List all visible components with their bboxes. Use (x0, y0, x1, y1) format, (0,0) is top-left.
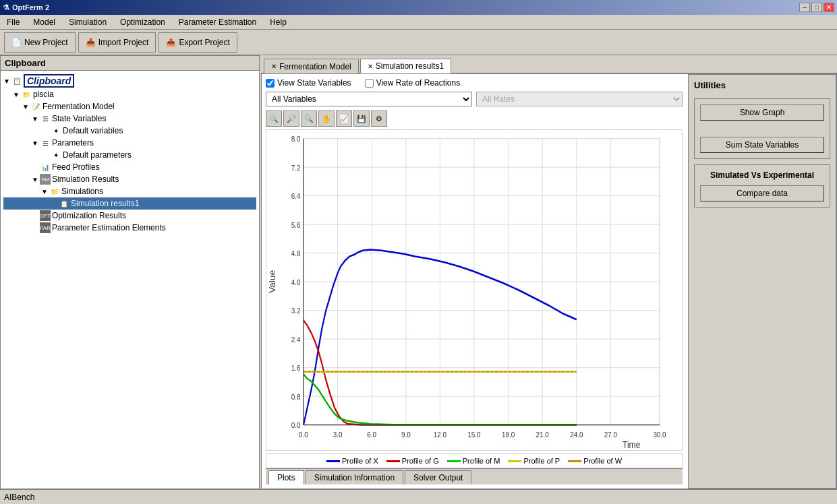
zoom-fit-button[interactable]: 🔍 (266, 111, 282, 127)
tree-piscia[interactable]: ▼ 📁 piscia (3, 88, 256, 100)
svg-text:0.0: 0.0 (291, 421, 301, 430)
settings-button[interactable]: ⚙ (371, 111, 387, 127)
menu-optimization[interactable]: Optimization (116, 16, 169, 28)
status-text: AIBench (4, 493, 34, 502)
expander-or (32, 212, 38, 219)
show-graph-label: Show Graph (740, 108, 785, 117)
list-icon-params: ☰ (40, 137, 51, 148)
legend-x: Profile of X (326, 457, 378, 465)
expander-sv: ▼ (32, 115, 38, 122)
dropdowns-row: All Variables All Rates (266, 92, 683, 106)
legend-color-w (568, 460, 581, 462)
tree-pe-label: Parameter Estimation Elements (52, 223, 166, 232)
import-project-label: Import Project (98, 38, 149, 47)
tab-close-sim[interactable]: ✕ (368, 63, 373, 70)
expander-sims: ▼ (41, 188, 48, 195)
svg-text:3.0: 3.0 (333, 431, 343, 439)
utilities-title: Utilities (694, 80, 830, 90)
menu-simulation[interactable]: Simulation (65, 16, 111, 28)
close-button[interactable]: ✕ (824, 3, 834, 12)
sim-content: View State Variables View Rate of Reacti… (262, 74, 687, 489)
model-icon: 📝 (30, 101, 41, 112)
clipboard-logo: Clipboard (24, 74, 74, 88)
graph-toolbar: 🔍 🔎 🔍 ✋ 📈 💾 ⚙ (266, 111, 683, 127)
app-icon: ⚗ (3, 3, 9, 12)
export-button[interactable]: 💾 (353, 111, 370, 127)
compare-data-button[interactable]: Compare data (700, 185, 824, 201)
legend-g: Profile of G (386, 457, 439, 465)
svg-text:24.0: 24.0 (570, 431, 583, 439)
menu-bar: File Model Simulation Optimization Param… (0, 15, 837, 30)
new-project-button[interactable]: 📄 New Project (4, 32, 76, 53)
expander-sr1 (51, 200, 57, 207)
title-bar-controls[interactable]: ─ □ ✕ (799, 3, 834, 12)
tree-default-variables[interactable]: ✦ Default variables (3, 125, 256, 137)
tree-or-label: Optimization Results (52, 211, 126, 220)
view-state-variables-checkbox[interactable] (266, 79, 275, 88)
export-project-button[interactable]: 📤 Export Project (158, 32, 237, 53)
svg-text:18.0: 18.0 (502, 431, 515, 439)
import-project-button[interactable]: 📥 Import Project (78, 32, 156, 53)
tab-bar: ✕ Fermentation Model ✕ Simulation result… (261, 55, 837, 73)
show-graph-button[interactable]: Show Graph (700, 104, 824, 121)
var-icon: ✦ (51, 125, 61, 136)
tree-dv-label: Default variables (63, 126, 123, 135)
simulated-vs-experimental-section: Simulated Vs Experimental Compare data (694, 164, 830, 208)
view-state-variables-label: View State Variables (277, 78, 351, 88)
view-state-variables-option[interactable]: View State Variables (266, 78, 351, 88)
tree-root[interactable]: ▼ 📋 Clipboard (3, 73, 256, 88)
minimize-button[interactable]: ─ (799, 3, 810, 12)
bottom-tab-plots[interactable]: Plots (268, 470, 304, 484)
variables-dropdown[interactable]: All Variables (266, 92, 472, 106)
sidebar-header: Clipboard (1, 56, 259, 71)
menu-file[interactable]: File (3, 16, 24, 28)
expander-piscia: ▼ (13, 91, 20, 98)
tree-sim-results1[interactable]: 📋 Simulation results1 (3, 197, 256, 210)
new-project-label: New Project (24, 38, 68, 47)
svg-text:5.6: 5.6 (291, 220, 301, 229)
chart-type-button[interactable]: 📈 (336, 111, 352, 127)
tab-simulation-results1[interactable]: ✕ Simulation results1 (360, 59, 451, 73)
bottom-tab-solver[interactable]: Solver Output (405, 470, 471, 484)
maximize-button[interactable]: □ (811, 3, 822, 12)
menu-model[interactable]: Model (29, 16, 59, 28)
legend-color-x (326, 460, 340, 462)
legend-color-p (508, 460, 521, 462)
sum-state-variables-button[interactable]: Sum State Variables (700, 137, 824, 153)
menu-parameter-estimation[interactable]: Parameter Estimation (175, 16, 260, 28)
tree-parameters[interactable]: ▼ ☰ Parameters (3, 137, 256, 149)
tree-opt-results[interactable]: OPT Optimization Results (3, 210, 256, 222)
tree-simulations[interactable]: ▼ 📁 Simulations (3, 185, 256, 197)
pan-button[interactable]: ✋ (318, 111, 335, 127)
sim-vs-exp-label: Simulated Vs Experimental (710, 170, 814, 180)
tree-default-params[interactable]: ✦ Default parameters (3, 149, 256, 161)
view-rate-option[interactable]: View Rate of Reactions (365, 78, 461, 88)
rates-dropdown[interactable]: All Rates (476, 92, 683, 106)
tree-sv-label: State Variables (52, 114, 107, 123)
tab-fermentation-model[interactable]: ✕ Fermentation Model (264, 59, 359, 73)
view-rate-checkbox[interactable] (365, 79, 374, 88)
view-options: View State Variables View Rate of Reacti… (266, 78, 683, 88)
zoom-in-button[interactable]: 🔎 (283, 111, 299, 127)
sm-icon: SM (40, 174, 51, 185)
list-icon-sv: ☰ (40, 113, 51, 124)
title-bar-left: ⚗ OptFerm 2 (3, 3, 49, 12)
tab-sim-label: Simulation results1 (376, 61, 444, 71)
folder-icon-sims: 📁 (49, 186, 60, 197)
param-icon: ✦ (51, 150, 61, 160)
tree-feed-profiles[interactable]: 📊 Feed Profiles (3, 161, 256, 173)
toolbar: 📄 New Project 📥 Import Project 📤 Export … (0, 30, 837, 55)
bottom-tab-sim-info[interactable]: Simulation Information (306, 470, 403, 484)
tab-close-ferm[interactable]: ✕ (271, 63, 277, 70)
tree-piscia-label: piscia (33, 90, 54, 99)
legend-m: Profile of M (447, 457, 500, 465)
zoom-out-button[interactable]: 🔍 (301, 111, 317, 127)
tree-simulation-results[interactable]: ▼ SM Simulation Results (3, 173, 256, 185)
legend: Profile of X Profile of G Profile of M P… (266, 453, 683, 468)
expander-params: ▼ (32, 139, 38, 146)
tree-sr-label: Simulation Results (52, 175, 119, 184)
tree-state-variables[interactable]: ▼ ☰ State Variables (3, 113, 256, 125)
tree-fermentation-model[interactable]: ▼ 📝 Fermentation Model (3, 100, 256, 113)
menu-help[interactable]: Help (266, 16, 291, 28)
tree-param-est[interactable]: PAR Parameter Estimation Elements (3, 222, 256, 234)
